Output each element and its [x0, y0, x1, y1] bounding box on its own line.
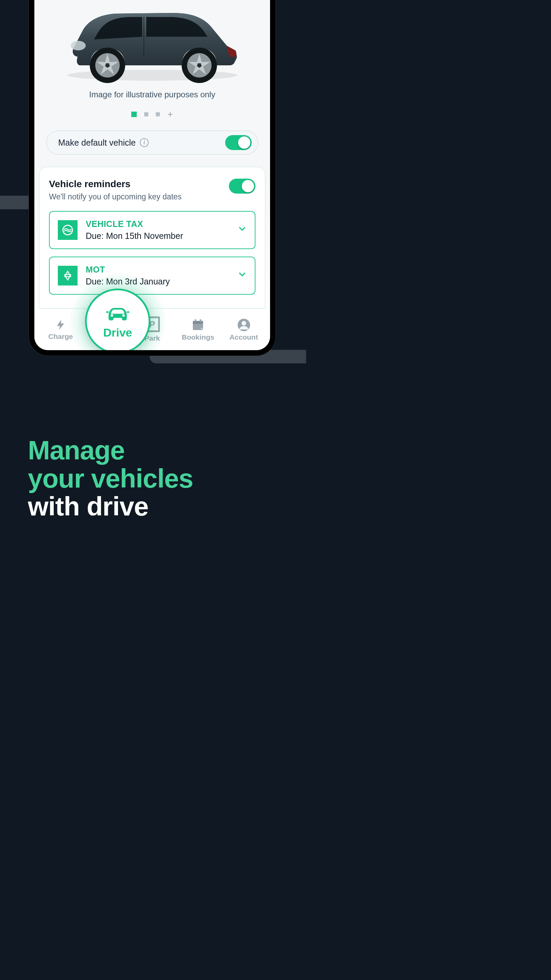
headline-line-1: Manage	[28, 436, 193, 465]
nav-label: Charge	[48, 332, 73, 340]
svg-point-15	[241, 321, 246, 325]
default-vehicle-row[interactable]: Make default vehicle i	[46, 130, 258, 154]
vehicle-image	[57, 5, 248, 84]
carousel-dot[interactable]	[144, 112, 148, 116]
carousel-dot[interactable]	[156, 112, 160, 116]
chevron-down-icon	[238, 270, 246, 282]
toggle-knob	[242, 180, 254, 192]
reminders-toggle[interactable]	[229, 179, 256, 194]
nav-label: Account	[230, 333, 258, 341]
svg-point-9	[63, 225, 73, 235]
info-icon[interactable]: i	[140, 138, 149, 147]
phone-screen: Image for illustrative purposes only + M…	[34, 0, 270, 350]
image-caption: Image for illustrative purposes only	[34, 90, 270, 99]
reminders-title: Vehicle reminders	[49, 179, 182, 189]
svg-rect-19	[127, 311, 129, 313]
user-icon	[237, 318, 251, 332]
svg-rect-12	[195, 319, 196, 322]
reminder-due: Due: Mon 15th November	[86, 231, 230, 241]
reminders-subtitle: We'll notify you of upcoming key dates	[49, 192, 182, 202]
nav-bookings[interactable]: Bookings	[178, 318, 218, 341]
nav-drive-label: Drive	[103, 326, 132, 339]
svg-rect-13	[200, 319, 202, 322]
default-vehicle-label: Make default vehicle	[58, 138, 136, 148]
marketing-headline: Manage your vehicles with drive	[28, 436, 193, 520]
add-vehicle-icon[interactable]: +	[167, 111, 173, 117]
nav-drive-button[interactable]: Drive	[85, 288, 150, 350]
svg-point-16	[111, 314, 113, 317]
default-vehicle-toggle[interactable]	[225, 135, 252, 150]
headline-line-2: your vehicles	[28, 465, 193, 493]
tax-disc-icon	[58, 220, 78, 240]
mot-icon	[58, 266, 78, 285]
svg-point-17	[122, 314, 124, 317]
svg-rect-18	[106, 311, 108, 313]
calendar-icon	[191, 318, 205, 332]
toggle-knob	[238, 137, 250, 149]
reminder-row-vehicle-tax[interactable]: VEHICLE TAX Due: Mon 15th November	[49, 211, 256, 249]
nav-label: Bookings	[182, 333, 214, 341]
bolt-icon	[54, 319, 67, 331]
carousel-dot-active[interactable]	[131, 111, 137, 117]
carousel-dots[interactable]: +	[34, 111, 270, 117]
chevron-down-icon	[238, 224, 246, 236]
headline-line-3: with drive	[28, 492, 193, 520]
svg-point-2	[71, 41, 86, 50]
car-icon	[105, 304, 131, 324]
nav-account[interactable]: Account	[224, 318, 264, 341]
reminder-label: VEHICLE TAX	[86, 219, 230, 229]
svg-rect-11	[193, 321, 203, 324]
phone-frame: Image for illustrative purposes only + M…	[29, 0, 275, 356]
